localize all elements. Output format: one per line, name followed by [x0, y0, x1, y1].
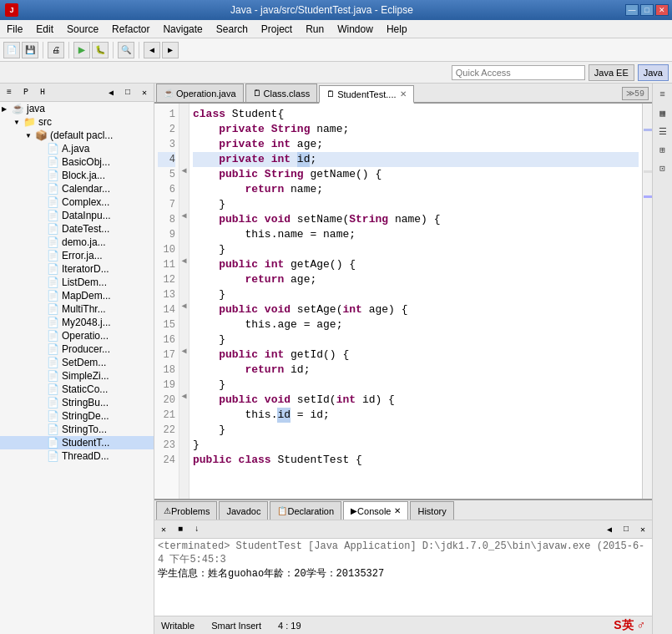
fold-marker-11[interactable]: ◀: [179, 254, 189, 269]
tree-item-2[interactable]: ▼📦(default pacl...: [0, 129, 154, 142]
editor-scrollbar[interactable]: [642, 104, 652, 499]
code-line-5[interactable]: public String getName() {: [193, 167, 639, 182]
toolbar-btn-print[interactable]: 🖨: [48, 42, 64, 58]
bottom-tab-close-3[interactable]: ✕: [394, 506, 401, 515]
code-line-19[interactable]: }: [193, 378, 639, 393]
code-line-1[interactable]: class Student{: [193, 107, 639, 122]
tree-item-4[interactable]: 📄BasicObj...: [0, 155, 154, 169]
sidebar-btn-collapse[interactable]: ◀: [104, 85, 119, 100]
tabs-overflow-btn[interactable]: ≫59: [622, 87, 649, 100]
tree-item-16[interactable]: 📄My2048.j...: [0, 316, 154, 329]
fold-marker-14[interactable]: ◀: [179, 299, 189, 314]
tree-item-13[interactable]: 📄ListDem...: [0, 276, 154, 289]
tree-item-6[interactable]: 📄Calendar...: [0, 182, 154, 195]
fold-marker-5[interactable]: ◀: [179, 164, 189, 179]
code-line-3[interactable]: private int age;: [193, 137, 639, 152]
menu-item-source[interactable]: Source: [60, 22, 105, 37]
code-line-8[interactable]: public void setName(String name) {: [193, 212, 639, 227]
toolbar-btn-back[interactable]: ◀: [144, 42, 160, 58]
tree-item-9[interactable]: 📄DateTest...: [0, 222, 154, 236]
minimize-button[interactable]: —: [625, 4, 639, 16]
tree-item-26[interactable]: 📄ThreadD...: [0, 449, 154, 463]
console-btn-restore[interactable]: □: [619, 522, 634, 537]
tree-item-17[interactable]: 📄Operatio...: [0, 329, 154, 342]
code-content[interactable]: class Student{ private String name; priv…: [189, 104, 642, 499]
tree-item-18[interactable]: 📄Producer...: [0, 342, 154, 356]
rp-icon-4[interactable]: ⊞: [655, 142, 670, 157]
java-button[interactable]: Java: [638, 64, 669, 81]
code-line-16[interactable]: }: [193, 332, 639, 347]
sidebar-btn-menu[interactable]: ≡: [2, 85, 17, 100]
sidebar-btn-close[interactable]: ✕: [137, 85, 152, 100]
tree-item-3[interactable]: 📄A.java: [0, 142, 154, 155]
code-line-9[interactable]: this.name = name;: [193, 227, 639, 242]
tree-item-10[interactable]: 📄demo.ja...: [0, 236, 154, 249]
code-editor[interactable]: 123456789101112131415161718192021222324 …: [154, 104, 652, 499]
code-line-22[interactable]: }: [193, 423, 639, 438]
tree-item-12[interactable]: 📄IteratorD...: [0, 262, 154, 276]
bottom-tab-4[interactable]: History: [410, 501, 453, 520]
code-line-21[interactable]: this.id = id;: [193, 408, 639, 423]
tree-item-19[interactable]: 📄SetDem...: [0, 356, 154, 369]
editor-tab-0[interactable]: ☕Operation.java: [156, 84, 244, 102]
editor-tab-1[interactable]: 🗒Class.class: [245, 84, 318, 102]
bottom-tab-1[interactable]: Javadoc: [219, 501, 268, 520]
close-button[interactable]: ✕: [655, 4, 669, 16]
tree-item-1[interactable]: ▼📁src: [0, 115, 154, 129]
tree-item-25[interactable]: 📄StudentT...: [0, 436, 154, 449]
toolbar-btn-run[interactable]: ▶: [73, 42, 90, 58]
menu-item-run[interactable]: Run: [299, 22, 331, 37]
code-line-12[interactable]: return age;: [193, 272, 639, 287]
rp-icon-1[interactable]: ≡: [655, 87, 670, 102]
tab-close-2[interactable]: ✕: [400, 89, 407, 99]
code-line-11[interactable]: public int getAge() {: [193, 257, 639, 272]
code-line-7[interactable]: }: [193, 197, 639, 212]
tree-item-21[interactable]: 📄StaticCo...: [0, 383, 154, 396]
menu-item-project[interactable]: Project: [255, 22, 299, 37]
fold-marker-20[interactable]: ◀: [179, 389, 189, 404]
tree-item-14[interactable]: 📄MapDem...: [0, 289, 154, 302]
toolbar-btn-debug[interactable]: 🐛: [92, 42, 109, 58]
toolbar-btn-new[interactable]: 📄: [3, 42, 20, 58]
menu-item-search[interactable]: Search: [210, 22, 255, 37]
rp-icon-3[interactable]: ☰: [655, 124, 670, 139]
code-line-15[interactable]: this.age = age;: [193, 317, 639, 332]
sidebar-btn-hier[interactable]: H: [35, 85, 50, 100]
sidebar-btn-pkg[interactable]: P: [18, 85, 33, 100]
maximize-button[interactable]: □: [640, 4, 654, 16]
menu-item-help[interactable]: Help: [380, 22, 414, 37]
tree-item-5[interactable]: 📄Block.ja...: [0, 169, 154, 182]
console-btn-clear[interactable]: ✕: [156, 522, 171, 537]
code-line-23[interactable]: }: [193, 438, 639, 453]
tree-item-8[interactable]: 📄DataInpu...: [0, 209, 154, 222]
code-line-20[interactable]: public void setId(int id) {: [193, 393, 639, 408]
javaee-button[interactable]: Java EE: [589, 64, 634, 81]
code-line-2[interactable]: private String name;: [193, 122, 639, 137]
quickaccess-input[interactable]: [452, 65, 585, 80]
console-btn-scroll[interactable]: ↓: [189, 522, 205, 537]
code-line-24[interactable]: public class StudentTest {: [193, 453, 639, 468]
menu-item-file[interactable]: File: [0, 22, 29, 37]
bottom-tab-3[interactable]: ▶ Console✕: [343, 501, 408, 520]
tree-item-15[interactable]: 📄MultiThr...: [0, 302, 154, 316]
code-line-10[interactable]: }: [193, 242, 639, 257]
code-line-13[interactable]: }: [193, 287, 639, 302]
tree-item-23[interactable]: 📄StringDe...: [0, 409, 154, 423]
console-btn-stop[interactable]: ■: [173, 522, 188, 537]
editor-tabs-more[interactable]: ≫59: [619, 85, 652, 102]
fold-marker-8[interactable]: ◀: [179, 209, 189, 224]
code-line-14[interactable]: public void setAge(int age) {: [193, 302, 639, 317]
console-btn-close[interactable]: ✕: [635, 522, 650, 537]
menu-item-window[interactable]: Window: [331, 22, 380, 37]
toolbar-btn-save[interactable]: 💾: [22, 42, 38, 58]
fold-marker-17[interactable]: ◀: [179, 344, 189, 359]
tree-item-0[interactable]: ▶☕java: [0, 102, 154, 115]
bottom-tab-0[interactable]: ⚠ Problems: [156, 501, 217, 520]
code-line-6[interactable]: return name;: [193, 182, 639, 197]
code-line-17[interactable]: public int getId() {: [193, 347, 639, 363]
menu-item-navigate[interactable]: Navigate: [156, 22, 209, 37]
sidebar-btn-restore[interactable]: □: [120, 85, 135, 100]
tree-item-22[interactable]: 📄StringBu...: [0, 396, 154, 409]
tree-item-24[interactable]: 📄StringTo...: [0, 423, 154, 436]
code-line-4[interactable]: private int id;: [193, 152, 639, 167]
